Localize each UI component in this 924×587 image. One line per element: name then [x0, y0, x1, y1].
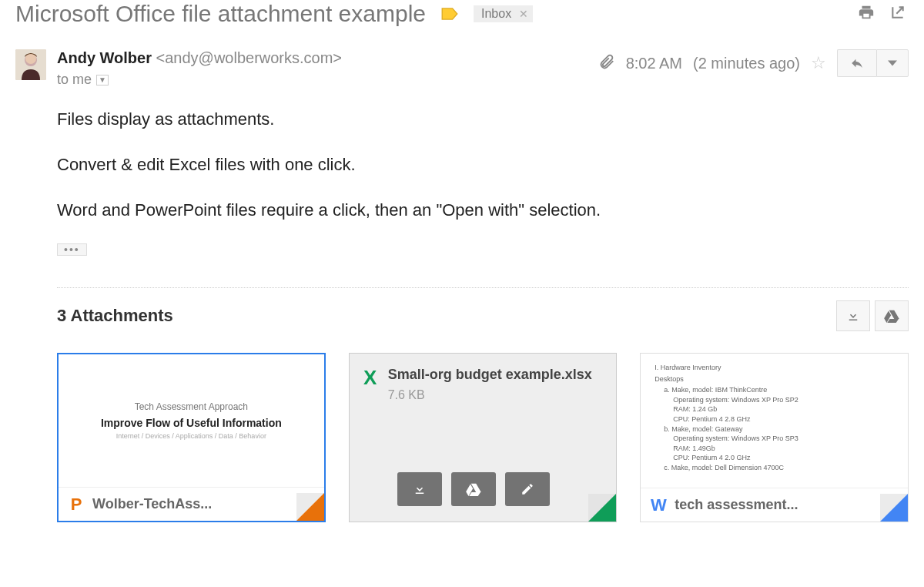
label-icon[interactable] [441, 8, 458, 20]
recipient-text: to me [57, 72, 92, 88]
message-header: Microsoft Office file attachment example… [15, 0, 909, 28]
reply-button[interactable] [837, 49, 876, 77]
body-paragraph: Convert & edit Excel files with one clic… [57, 152, 909, 177]
powerpoint-icon: P [68, 495, 85, 515]
attachment-hover-actions [350, 472, 617, 522]
sender-name: Andy Wolber [57, 49, 152, 66]
sender-line: Andy Wolber <andy@wolberworks.com> [57, 49, 588, 67]
body-paragraph: Files display as attachments. [57, 106, 909, 132]
preview-title: Tech Assessment Approach [135, 401, 248, 412]
save-to-drive-button[interactable] [451, 472, 496, 506]
attachment-footer: P Wolber-TechAss... [59, 487, 324, 521]
print-button[interactable] [855, 1, 878, 27]
attachments-title: 3 Attachments [57, 306, 173, 326]
show-trimmed-content[interactable]: ••• [57, 243, 87, 256]
message-body: Files display as attachments. Convert & … [57, 106, 909, 223]
attachment-preview: Tech Assessment Approach Improve Flow of… [59, 354, 324, 487]
attachment-footer: W tech assessment... [641, 488, 908, 522]
inbox-chip-label: Inbox [481, 7, 511, 21]
attachment-card-excel[interactable]: X Small-org budget example.xlsx 7.6 KB [349, 353, 618, 522]
recipient-line: to me ▼ [57, 72, 588, 88]
message-time: 8:02 AM [626, 55, 682, 72]
preview-meta: Internet / Devices / Applications / Data… [116, 432, 266, 440]
reply-more-button[interactable] [876, 49, 909, 77]
body-paragraph: Word and PowerPoint files require a clic… [57, 197, 909, 223]
email-subject: Microsoft Office file attachment example [15, 0, 426, 28]
edit-attachment-button[interactable] [505, 472, 550, 506]
open-new-window-button[interactable] [887, 2, 909, 26]
corner-fold-icon [296, 493, 324, 521]
sender-avatar[interactable] [15, 49, 46, 80]
attachment-indicator-icon [598, 53, 615, 74]
download-attachment-button[interactable] [397, 472, 442, 506]
attachments-grid: Tech Assessment Approach Improve Flow of… [57, 353, 909, 522]
attachment-filename: Small-org budget example.xlsx [388, 366, 592, 384]
sender-email: <andy@wolberworks.com> [156, 49, 343, 66]
inbox-chip-remove[interactable]: ✕ [519, 8, 528, 20]
excel-icon: X [362, 366, 379, 390]
attachment-preview: I. Hardware Inventory Desktops a. Make, … [641, 354, 908, 488]
attachment-card-word[interactable]: I. Hardware Inventory Desktops a. Make, … [640, 353, 909, 522]
save-all-to-drive-button[interactable] [875, 300, 909, 331]
attachment-filename: tech assessment... [675, 497, 899, 513]
attachments-header: 3 Attachments [57, 300, 909, 331]
attachment-filename: Wolber-TechAss... [92, 496, 315, 512]
recipient-details-toggle[interactable]: ▼ [96, 75, 109, 86]
word-icon: W [650, 495, 667, 515]
corner-fold-icon [880, 494, 908, 522]
sender-row: Andy Wolber <andy@wolberworks.com> to me… [15, 49, 909, 88]
preview-subtitle: Improve Flow of Useful Information [101, 417, 282, 429]
inbox-chip[interactable]: Inbox ✕ [474, 5, 533, 22]
download-all-button[interactable] [836, 300, 870, 331]
star-toggle[interactable]: ☆ [811, 53, 826, 73]
corner-fold-icon [588, 494, 616, 522]
message-age: (2 minutes ago) [693, 55, 800, 72]
attachment-card-powerpoint[interactable]: Tech Assessment Approach Improve Flow of… [57, 353, 326, 522]
attachments-divider [57, 287, 909, 288]
attachment-filesize: 7.6 KB [388, 388, 592, 402]
